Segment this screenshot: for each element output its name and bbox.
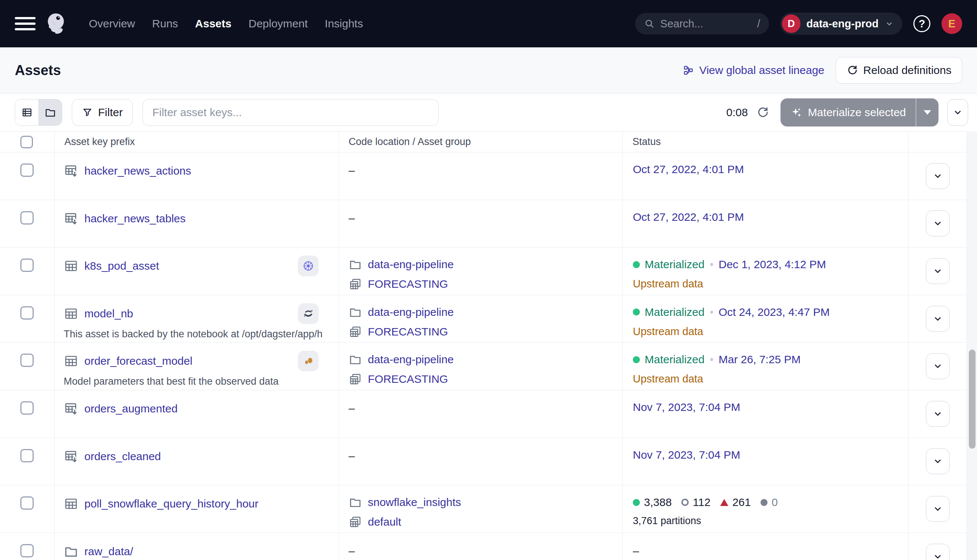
row-checkbox[interactable] bbox=[20, 211, 34, 225]
collapse-all-button[interactable] bbox=[947, 99, 968, 126]
nav-item-overview[interactable]: Overview bbox=[89, 17, 135, 30]
separator-dot bbox=[710, 263, 713, 266]
chevron-down-icon bbox=[933, 409, 943, 419]
row-checkbox[interactable] bbox=[20, 306, 34, 320]
in-progress-dot bbox=[760, 499, 768, 506]
row-checkbox[interactable] bbox=[20, 353, 34, 367]
list-view-icon bbox=[21, 107, 33, 118]
code-location-link[interactable]: data-eng-pipeline bbox=[368, 306, 454, 318]
deployment-switcher[interactable]: D data-eng-prod bbox=[780, 13, 902, 35]
help-icon[interactable]: ? bbox=[914, 15, 930, 32]
code-location-link[interactable]: snowflake_insights bbox=[368, 496, 461, 508]
materialize-selected-main[interactable]: Materialize selected bbox=[780, 98, 915, 127]
deployment-name: data-eng-prod bbox=[807, 18, 878, 30]
primary-nav: Overview Runs Assets Deployment Insights bbox=[89, 17, 363, 30]
row-expand-button[interactable] bbox=[926, 448, 950, 474]
materialization-time-link[interactable]: Mar 26, 7:25 PM bbox=[719, 353, 801, 366]
asset-key-link[interactable]: raw_data/ bbox=[84, 545, 133, 558]
page-header: Assets View global asset lineage Reload … bbox=[0, 47, 977, 93]
row-checkbox[interactable] bbox=[20, 449, 34, 462]
row-checkbox[interactable] bbox=[20, 544, 34, 557]
asset-key-link[interactable]: model_nb bbox=[84, 307, 133, 320]
scrollbar-thumb[interactable] bbox=[969, 350, 975, 449]
materialization-time-link[interactable]: Nov 7, 2023, 7:04 PM bbox=[633, 401, 740, 413]
chevron-down-icon bbox=[933, 218, 943, 228]
noteable-icon bbox=[298, 351, 319, 372]
separator-dot bbox=[710, 358, 713, 361]
materialization-time-link[interactable]: Oct 24, 2023, 4:47 PM bbox=[719, 306, 830, 318]
lineage-icon bbox=[683, 65, 694, 76]
materialization-time-link[interactable]: Oct 27, 2022, 4:01 PM bbox=[633, 211, 744, 223]
code-location-link[interactable]: data-eng-pipeline bbox=[368, 258, 454, 271]
asset-group-link[interactable]: FORECASTING bbox=[368, 373, 448, 385]
asset-key-link[interactable]: hacker_news_tables bbox=[84, 212, 186, 225]
list-view-button[interactable] bbox=[15, 100, 38, 125]
row-expand-button[interactable] bbox=[926, 401, 950, 427]
materialized-label: Materialized bbox=[645, 258, 705, 271]
asset-key-link[interactable]: k8s_pod_asset bbox=[84, 260, 159, 272]
table-row: orders_augmented – Nov 7, 2023, 7:04 PM bbox=[0, 390, 967, 438]
search-input[interactable]: Search... / bbox=[635, 13, 769, 34]
row-checkbox[interactable] bbox=[20, 258, 34, 272]
nav-item-assets[interactable]: Assets bbox=[195, 17, 231, 30]
table-arrow-icon bbox=[63, 401, 78, 416]
refresh-button[interactable] bbox=[756, 106, 769, 119]
asset-description: This asset is backed by the notebook at … bbox=[63, 328, 323, 340]
sparkles-icon bbox=[790, 106, 803, 119]
filter-asset-keys-input[interactable] bbox=[142, 99, 439, 126]
chevron-down-icon bbox=[885, 19, 894, 28]
upstream-data-label: Upstream data bbox=[633, 373, 908, 385]
asset-key-link[interactable]: orders_cleaned bbox=[84, 450, 161, 463]
folder-view-button[interactable] bbox=[38, 100, 62, 125]
dagster-logo[interactable] bbox=[45, 12, 70, 36]
nav-item-insights[interactable]: Insights bbox=[325, 17, 363, 30]
asset-key-link[interactable]: orders_augmented bbox=[84, 402, 178, 415]
row-checkbox[interactable] bbox=[20, 497, 34, 510]
row-expand-button[interactable] bbox=[926, 353, 950, 379]
row-expand-button[interactable] bbox=[926, 210, 950, 237]
folder-icon bbox=[349, 305, 362, 319]
empty-location: – bbox=[349, 161, 623, 177]
upstream-data-label: Upstream data bbox=[633, 325, 908, 338]
asset-group-link[interactable]: FORECASTING bbox=[368, 278, 448, 290]
nav-item-runs[interactable]: Runs bbox=[152, 17, 178, 30]
nav-item-deployment[interactable]: Deployment bbox=[248, 17, 307, 30]
table-arrow-icon bbox=[63, 211, 78, 226]
menu-icon[interactable] bbox=[15, 15, 37, 32]
materialized-dot bbox=[633, 499, 640, 506]
top-nav: Overview Runs Assets Deployment Insights… bbox=[0, 0, 977, 47]
asset-group-link[interactable]: FORECASTING bbox=[368, 325, 448, 338]
chevron-down-icon bbox=[933, 552, 943, 560]
table-row: poll_snowflake_query_history_hour snowfl… bbox=[0, 485, 967, 533]
row-expand-button[interactable] bbox=[926, 306, 950, 332]
partition-count: 112 bbox=[693, 496, 711, 508]
select-all-checkbox[interactable] bbox=[20, 136, 33, 148]
materialization-time-link[interactable]: Oct 27, 2022, 4:01 PM bbox=[633, 163, 744, 176]
scrollbar-track[interactable] bbox=[967, 131, 977, 560]
row-checkbox[interactable] bbox=[20, 401, 34, 415]
asset-key-link[interactable]: hacker_news_actions bbox=[84, 165, 191, 177]
asset-key-link[interactable]: poll_snowflake_query_history_hour bbox=[84, 497, 258, 510]
caret-down-icon bbox=[924, 110, 931, 115]
folder-icon bbox=[63, 544, 78, 559]
asset-group-link[interactable]: default bbox=[368, 516, 401, 528]
materialization-time-link[interactable]: Dec 1, 2023, 4:12 PM bbox=[719, 258, 826, 271]
row-checkbox[interactable] bbox=[20, 163, 34, 177]
view-global-asset-lineage-link[interactable]: View global asset lineage bbox=[683, 64, 824, 77]
filter-button[interactable]: Filter bbox=[72, 99, 133, 126]
code-location-link[interactable]: data-eng-pipeline bbox=[368, 353, 454, 366]
materialize-dropdown-caret[interactable] bbox=[915, 98, 939, 127]
table-icon bbox=[63, 353, 78, 368]
asset-key-link[interactable]: order_forecast_model bbox=[84, 355, 192, 367]
row-expand-button[interactable] bbox=[926, 544, 950, 560]
avatar[interactable]: E bbox=[942, 13, 962, 34]
partitions-label: 3,761 partitions bbox=[633, 515, 908, 527]
search-placeholder: Search... bbox=[660, 18, 703, 30]
asset-group-icon bbox=[349, 325, 362, 338]
column-header-menu bbox=[909, 132, 967, 152]
row-expand-button[interactable] bbox=[926, 258, 950, 284]
row-expand-button[interactable] bbox=[926, 163, 950, 189]
reload-definitions-button[interactable]: Reload definitions bbox=[836, 57, 962, 83]
row-expand-button[interactable] bbox=[926, 496, 950, 522]
materialization-time-link[interactable]: Nov 7, 2023, 7:04 PM bbox=[633, 449, 740, 461]
